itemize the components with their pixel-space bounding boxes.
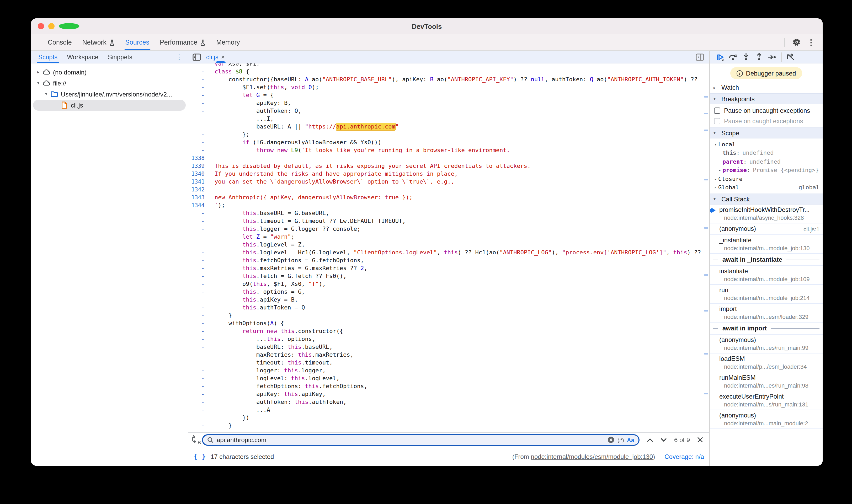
line-number[interactable]: - bbox=[188, 68, 209, 75]
step-out-button[interactable] bbox=[753, 52, 765, 62]
search-result-marker[interactable] bbox=[704, 227, 708, 229]
line-number[interactable]: - bbox=[188, 335, 209, 343]
line-number[interactable]: - bbox=[188, 319, 209, 327]
line-number[interactable]: - bbox=[188, 225, 209, 233]
previous-match-icon[interactable] bbox=[647, 438, 653, 442]
search-result-marker[interactable] bbox=[704, 129, 708, 131]
call-stack-frame[interactable]: instantiatenode:internal/m...module_job:… bbox=[710, 266, 823, 285]
line-number[interactable]: - bbox=[188, 264, 209, 272]
replace-toggle-icon[interactable]: A B bbox=[192, 435, 201, 445]
scope-variable-this[interactable]: this:undefined bbox=[710, 149, 823, 157]
call-stack-frame[interactable]: promiseInitHookWithDestroyTr...node:inte… bbox=[710, 204, 823, 223]
line-number[interactable]: - bbox=[188, 304, 209, 311]
toggle-debugger-sidebar-icon[interactable] bbox=[695, 53, 705, 61]
navigator-tab-scripts[interactable]: Scripts bbox=[34, 51, 62, 63]
line-number[interactable]: - bbox=[188, 131, 209, 139]
tree-expander[interactable]: ▾ bbox=[35, 81, 41, 86]
regex-toggle[interactable]: (.*) bbox=[618, 437, 624, 443]
code-editor[interactable]: -var Xs0, $F1;-class $8 {- constructor({… bbox=[188, 64, 709, 432]
line-number[interactable]: - bbox=[188, 233, 209, 241]
tree-expander[interactable]: ▸ bbox=[713, 177, 718, 181]
line-number[interactable]: - bbox=[188, 414, 209, 422]
scope-variable-promise[interactable]: ▸promise:Promise {<pending>} bbox=[710, 166, 823, 175]
search-result-marker[interactable] bbox=[704, 96, 708, 97]
breakpoints-section-header[interactable]: ▾ Breakpoints bbox=[710, 93, 823, 104]
tree-expander[interactable]: ▸ bbox=[713, 185, 718, 190]
call-stack-frame[interactable]: executeUserEntryPointnode:internal/m...s… bbox=[710, 391, 823, 410]
line-number[interactable]: 1340 bbox=[188, 170, 209, 178]
line-number[interactable]: - bbox=[188, 280, 209, 288]
line-number[interactable]: - bbox=[188, 422, 209, 430]
line-number[interactable]: - bbox=[188, 327, 209, 335]
search-field[interactable]: (.*) Aa bbox=[202, 434, 640, 446]
clear-search-icon[interactable] bbox=[607, 436, 614, 443]
navigator-tab-workspace[interactable]: Workspace bbox=[62, 51, 103, 63]
step-over-button[interactable] bbox=[727, 52, 739, 62]
deactivate-breakpoints-icon[interactable] bbox=[785, 52, 796, 62]
scope-group-local[interactable]: ▾Local bbox=[710, 140, 823, 149]
line-number[interactable]: - bbox=[188, 249, 209, 256]
line-number[interactable]: - bbox=[188, 256, 209, 264]
line-number[interactable]: - bbox=[188, 115, 209, 123]
source-origin-link[interactable]: node:internal/modules/esm/module_job:130 bbox=[531, 453, 653, 460]
line-number[interactable]: - bbox=[188, 107, 209, 115]
line-number[interactable]: - bbox=[188, 146, 209, 154]
search-result-marker[interactable] bbox=[704, 113, 708, 114]
minimize-window-button[interactable] bbox=[48, 23, 55, 29]
line-number[interactable]: - bbox=[188, 217, 209, 225]
line-number[interactable]: 1341 bbox=[188, 178, 209, 186]
line-number[interactable]: - bbox=[188, 75, 209, 84]
step-into-button[interactable] bbox=[740, 52, 752, 62]
close-find-bar-icon[interactable] bbox=[697, 437, 703, 443]
step-button[interactable] bbox=[766, 52, 778, 62]
match-case-toggle[interactable]: Aa bbox=[627, 437, 634, 443]
line-number[interactable]: - bbox=[188, 99, 209, 107]
tree-expander[interactable]: ▾ bbox=[43, 92, 49, 96]
line-number[interactable]: - bbox=[188, 296, 209, 304]
line-number[interactable]: - bbox=[188, 311, 209, 319]
tree-item-file-[interactable]: ▾file:// bbox=[31, 78, 188, 89]
search-result-marker[interactable] bbox=[704, 353, 708, 355]
line-number[interactable]: - bbox=[188, 406, 209, 414]
editor-tab-close-icon[interactable]: × bbox=[221, 53, 225, 60]
tree-expander[interactable]: ▸ bbox=[35, 70, 41, 74]
toggle-navigator-icon[interactable] bbox=[192, 53, 202, 61]
line-number[interactable]: - bbox=[188, 241, 209, 249]
call-stack-frame[interactable]: loadESMnode:internal/p.../esm_loader:34 bbox=[710, 354, 823, 372]
line-number[interactable]: 1344 bbox=[188, 201, 209, 209]
navigator-more-icon[interactable]: ⋮ bbox=[176, 53, 188, 61]
panel-tab-console[interactable]: Console bbox=[42, 34, 77, 50]
line-number[interactable]: - bbox=[188, 366, 209, 375]
call-stack-frame[interactable]: importnode:internal/m...esm/loader:329 bbox=[710, 304, 823, 323]
tree-item-cli-js[interactable]: cli.js bbox=[33, 100, 186, 111]
line-number[interactable]: - bbox=[188, 343, 209, 351]
line-number[interactable]: - bbox=[188, 390, 209, 398]
scope-section-header[interactable]: ▾ Scope bbox=[710, 127, 823, 139]
navigator-tab-snippets[interactable]: Snippets bbox=[103, 51, 137, 63]
next-match-icon[interactable] bbox=[660, 438, 667, 442]
line-number[interactable]: - bbox=[188, 84, 209, 91]
tree-item-users-jinhuilee-nvm-versions-node-v2-[interactable]: ▾Users/jinhuilee/.nvm/versions/node/v2..… bbox=[31, 89, 188, 100]
search-result-marker[interactable] bbox=[704, 274, 708, 276]
line-number[interactable]: - bbox=[188, 375, 209, 382]
tree-item--no-domain-[interactable]: ▸(no domain) bbox=[31, 67, 188, 78]
scope-variable-parent[interactable]: parent:undefined bbox=[710, 157, 823, 166]
line-number[interactable]: - bbox=[188, 64, 209, 68]
tree-expander[interactable]: ▸ bbox=[717, 168, 723, 173]
close-window-button[interactable] bbox=[38, 23, 44, 29]
panel-tab-memory[interactable]: Memory bbox=[211, 34, 245, 50]
line-number[interactable]: 1338 bbox=[188, 154, 209, 162]
call-stack-frame[interactable]: runMainESMnode:internal/m...es/run_main:… bbox=[710, 372, 823, 391]
checkbox[interactable] bbox=[714, 108, 720, 114]
tree-expander[interactable]: ▾ bbox=[713, 142, 718, 147]
coverage-link[interactable]: Coverage: n/a bbox=[664, 453, 704, 460]
call-stack-frame[interactable]: runnode:internal/m...module_job:214 bbox=[710, 285, 823, 304]
line-number[interactable]: 1343 bbox=[188, 194, 209, 201]
call-stack-frame[interactable]: (anonymous)node:internal/m...es/run_main… bbox=[710, 335, 823, 354]
line-number[interactable]: - bbox=[188, 382, 209, 390]
zoom-window-button[interactable] bbox=[59, 23, 80, 29]
resume-script-button[interactable] bbox=[714, 52, 726, 62]
line-number[interactable]: 1342 bbox=[188, 186, 209, 194]
line-number[interactable]: - bbox=[188, 209, 209, 217]
call-stack-frame[interactable]: (anonymous)cli.js:1 bbox=[710, 223, 823, 235]
